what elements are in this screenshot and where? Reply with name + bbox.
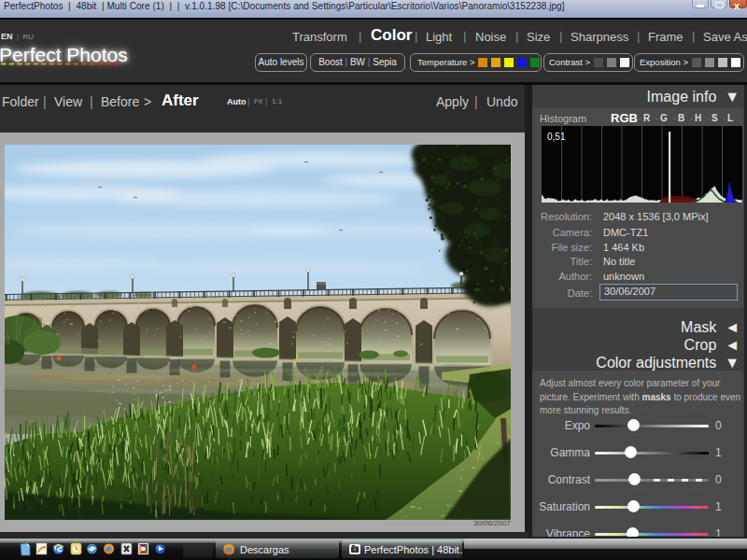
svg-text:0,51: 0,51 <box>547 132 566 142</box>
svg-text:PerfectPhotos | 48bit…: PerfectPhotos | 48bit… <box>364 544 462 555</box>
svg-text:Descargas: Descargas <box>240 544 289 555</box>
